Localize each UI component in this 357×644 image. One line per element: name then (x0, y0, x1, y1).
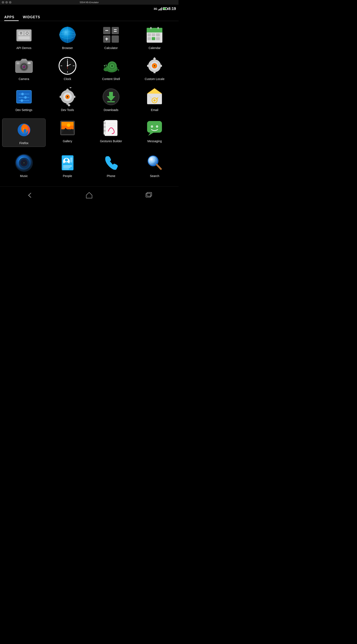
svg-point-98 (20, 99, 23, 102)
api-demos-label: API Demos (16, 46, 32, 50)
app-content-shell[interactable]: Content Shell (89, 56, 133, 81)
window-controls (2, 1, 12, 4)
signal-strength (158, 7, 162, 10)
gestures-builder-label: Gestures Builder (100, 139, 122, 143)
app-dev-settings[interactable]: Dev Settings (2, 87, 46, 112)
svg-point-148 (23, 162, 25, 164)
svg-rect-12 (27, 34, 28, 35)
downloads-icon (102, 87, 120, 106)
app-camera[interactable]: Camera (2, 56, 46, 81)
phone-label: Phone (107, 174, 115, 178)
people-label: People (63, 174, 72, 178)
svg-rect-35 (148, 33, 151, 36)
app-browser[interactable]: Browser (46, 25, 89, 50)
camera-label: Camera (19, 77, 29, 81)
svg-rect-38 (158, 33, 160, 36)
email-icon (145, 87, 164, 106)
app-clock[interactable]: Clock (46, 56, 89, 81)
app-email[interactable]: Email (133, 87, 176, 112)
app-messaging[interactable]: Messaging (133, 118, 176, 147)
svg-rect-133 (104, 126, 106, 128)
svg-rect-132 (104, 122, 106, 124)
search-icon (145, 153, 164, 172)
svg-rect-14 (28, 33, 29, 34)
signal-bar-4 (161, 8, 162, 10)
svg-rect-174 (147, 192, 152, 196)
svg-rect-8 (20, 32, 22, 32)
svg-rect-85 (160, 65, 162, 67)
dev-tools-icon (58, 87, 77, 106)
app-music[interactable]: Music (2, 153, 46, 178)
app-dev-tools[interactable]: Dev Tools (46, 87, 89, 112)
home-button[interactable] (85, 191, 94, 201)
signal-bar-2 (159, 9, 160, 10)
firefox-label: Firefox (19, 141, 28, 145)
svg-rect-83 (154, 71, 156, 73)
messaging-label: Messaging (148, 139, 162, 143)
custom-locale-label: Custom Locale (145, 77, 164, 81)
app-downloads[interactable]: Downloads (89, 87, 133, 112)
calculator-label: Calculator (104, 46, 118, 50)
svg-rect-27 (105, 30, 108, 31)
status-indicators: 3G 8:19 (154, 6, 176, 11)
status-time: 8:19 (168, 6, 176, 11)
svg-marker-47 (20, 59, 28, 61)
svg-rect-54 (16, 62, 20, 64)
window-title: 5554:N5-Emulator (80, 1, 99, 4)
app-gallery[interactable]: Gallery (46, 118, 89, 147)
svg-rect-173 (146, 193, 150, 197)
back-button[interactable] (26, 191, 34, 201)
signal-bar-3 (160, 8, 161, 10)
content-shell-label: Content Shell (102, 77, 120, 81)
people-icon (58, 153, 77, 172)
app-people[interactable]: People (46, 153, 89, 178)
clock-label: Clock (64, 77, 71, 81)
app-calendar[interactable]: Calendar (133, 25, 176, 50)
gallery-label: Gallery (63, 139, 72, 143)
app-gestures-builder[interactable]: Gestures Builder (89, 118, 133, 147)
svg-marker-172 (86, 192, 92, 198)
svg-line-171 (156, 164, 161, 170)
svg-rect-84 (147, 65, 150, 67)
dev-settings-label: Dev Settings (16, 108, 32, 112)
svg-point-141 (152, 126, 152, 127)
svg-rect-103 (73, 96, 75, 98)
phone-icon (102, 153, 120, 172)
app-custom-locale[interactable]: Custom Locale (133, 56, 176, 81)
music-icon (14, 153, 34, 172)
tab-widgets[interactable]: WIDGETS (23, 13, 44, 21)
app-calculator[interactable]: Calculator (89, 25, 133, 50)
app-search[interactable]: Search (133, 153, 176, 178)
svg-rect-28 (114, 29, 117, 30)
messaging-icon (145, 118, 164, 138)
app-api-demos[interactable]: API Demos (2, 25, 46, 50)
calendar-label: Calendar (148, 46, 161, 50)
recents-button[interactable] (144, 191, 153, 201)
svg-rect-157 (63, 167, 70, 168)
svg-rect-44 (158, 27, 159, 29)
svg-rect-158 (63, 168, 69, 170)
browser-icon (58, 25, 77, 44)
search-label: Search (150, 174, 159, 178)
dev-settings-icon (14, 87, 34, 106)
svg-point-94 (21, 93, 24, 95)
svg-rect-26 (112, 36, 119, 43)
network-type: 3G (154, 7, 157, 10)
svg-point-142 (157, 126, 158, 127)
camera-icon (14, 56, 34, 75)
downloads-label: Downloads (104, 108, 118, 112)
app-firefox[interactable]: Firefox (2, 118, 46, 147)
svg-rect-24 (112, 27, 119, 34)
app-phone[interactable]: Phone (89, 153, 133, 178)
app-grid: API Demos (0, 21, 178, 182)
title-bar: 5554:N5-Emulator (0, 0, 178, 5)
svg-line-73 (104, 66, 105, 68)
svg-point-72 (104, 68, 109, 71)
battery-icon (163, 8, 168, 10)
tab-apps[interactable]: APPS (4, 13, 19, 21)
svg-point-154 (65, 158, 68, 162)
svg-rect-34 (147, 30, 162, 32)
svg-rect-102 (60, 96, 62, 98)
svg-rect-156 (63, 166, 72, 166)
tab-bar: APPS WIDGETS (0, 13, 178, 21)
